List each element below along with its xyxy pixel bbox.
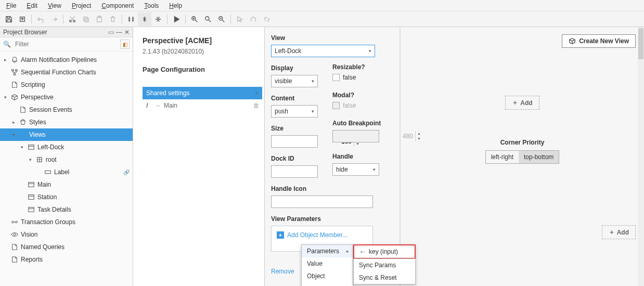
disclosure-icon[interactable]: ▾ [19,145,25,150]
zoom-out-icon[interactable] [215,12,228,26]
handleicon-label: Handle Icon [271,185,373,192]
menu-sync-params[interactable]: Sync Params [354,259,415,271]
tree-item[interactable]: Session Events [0,103,133,116]
disclosure-icon[interactable]: ▸ [2,57,8,62]
zoom-reset-icon[interactable] [201,12,215,26]
menu-file[interactable]: File [1,1,21,10]
filter-options-icon[interactable]: ◧ [120,40,130,49]
menu-project[interactable]: Project [67,1,96,10]
copy-icon[interactable] [79,12,93,26]
content-combo[interactable]: push▾ [271,105,318,118]
view-icon [27,193,35,201]
align-right-icon[interactable] [151,12,165,26]
disclosure-icon[interactable]: ▾ [27,157,33,162]
tree-item[interactable]: Station [0,191,133,203]
menu-sync-reset[interactable]: Sync & Reset [354,271,415,284]
autobreak-spinner: ▲▼ [332,130,379,142]
context-submenu-highlight[interactable]: ←key (input) [353,244,416,259]
pointer-icon[interactable] [233,12,247,26]
svg-rect-17 [29,195,34,200]
resizable-check[interactable]: false [332,74,390,81]
tree-item[interactable]: ▾Perspective [0,91,133,103]
link-icon[interactable] [260,12,274,26]
disclosure-icon[interactable]: ▸ [10,120,17,125]
tree-item[interactable]: Sequential Function Charts [0,66,133,79]
menu-edit[interactable]: Edit [21,1,43,10]
add-dock-top[interactable]: ＋Add [505,96,539,110]
menu-value[interactable]: Value [302,257,353,270]
align-left-icon[interactable] [138,12,151,26]
svg-rect-13 [29,145,34,150]
filter-input[interactable] [13,40,118,49]
shared-settings-row[interactable]: Shared settings ＋ [143,87,262,99]
view-icon [27,143,35,151]
paste-icon[interactable] [93,12,106,26]
add-page-icon[interactable]: ＋ [251,89,262,98]
project-browser-panel: Project Browser ▭ — ✕ 🔍 ◧ ▸Alarm Notific… [0,27,133,286]
context-submenu[interactable]: Sync ParamsSync & Reset [353,258,416,284]
view-combo[interactable]: Left-Dock▾ [271,45,375,57]
handle-combo[interactable]: hide▾ [332,163,379,176]
tree-item[interactable]: ▸Styles [0,116,133,128]
tree-item[interactable]: ▾root [0,153,133,166]
menu-object[interactable]: Object [302,270,353,282]
context-menu-primary[interactable]: Parameters▸ValueObjectArray [301,244,353,286]
redo-icon[interactable] [47,12,61,26]
doc-icon [10,255,19,264]
tree-item[interactable]: ▾Left-Dock [0,141,133,153]
zoom-in-icon[interactable] [188,12,201,26]
arrow-left-icon: ← [359,248,366,255]
menu-key-input[interactable]: ←key (input) [354,245,415,258]
tree-item[interactable]: ▸Alarm Notification Pipelines [0,54,133,66]
menu-array[interactable]: Array [302,282,353,286]
menu-component[interactable]: Component [96,1,139,10]
disclosure-icon[interactable]: ▾ [2,95,8,100]
tree-item[interactable]: Transaction Groups [0,216,133,228]
menu-view[interactable]: View [43,1,67,10]
handleicon-input[interactable] [271,196,373,208]
bell-icon [10,56,19,64]
disclosure-icon[interactable]: ▾ [10,132,17,137]
tree-item[interactable]: Reports [0,253,133,266]
minimize-icon[interactable]: — [116,29,122,36]
project-tree[interactable]: ▸Alarm Notification PipelinesSequential … [0,51,133,286]
add-object-member[interactable]: + Add Object Member... [277,231,367,239]
export-icon[interactable] [16,12,29,26]
plus-icon: + [277,231,284,239]
close-icon[interactable]: ✕ [124,29,130,36]
remove-link[interactable]: Remove [271,268,294,275]
seg-left-right[interactable]: left-right [486,151,519,163]
filter-row: 🔍 ◧ [0,37,133,51]
delete-page-icon[interactable]: 🗑 [251,102,262,109]
tree-item[interactable]: Vision [0,228,133,241]
play-icon[interactable] [170,12,183,26]
create-new-view-button[interactable]: Create New View [562,34,636,48]
display-combo[interactable]: visible▾ [271,75,318,87]
canvas-area: Create New View ＋Add Corner Priority lef… [400,27,644,286]
tree-item[interactable]: Label🔗 [0,166,133,178]
restore-icon[interactable]: ▭ [108,29,114,36]
menu-help[interactable]: Help [164,1,187,10]
cut-icon[interactable] [66,12,79,26]
plus-icon: ＋ [609,228,615,237]
seg-top-bottom[interactable]: top-bottom [519,151,559,163]
tree-item[interactable]: Scripting [0,79,133,91]
size-spinner[interactable]: ▲▼ [271,135,318,148]
tree-item[interactable]: ▾Views [0,128,133,141]
vertical-scrollbar[interactable] [638,27,644,286]
tree-item[interactable]: Main [0,178,133,191]
add-dock-right[interactable]: ＋Add [602,225,636,239]
tree-item[interactable]: Named Queries [0,241,133,253]
menu-parameters[interactable]: Parameters▸ [302,245,353,257]
delete-icon[interactable] [106,12,120,26]
undo-icon[interactable] [34,12,47,26]
snap-icon[interactable] [124,12,138,26]
corner-priority-segment[interactable]: left-right top-bottom [485,150,560,164]
menu-tools[interactable]: Tools [139,1,164,10]
dockid-input[interactable] [271,165,318,178]
svg-rect-16 [29,183,34,187]
page-main-row[interactable]: / → Main 🗑 [143,99,262,112]
tree-item[interactable]: Task Details [0,203,133,216]
branch-icon[interactable] [247,12,260,26]
save-icon[interactable] [2,12,16,26]
